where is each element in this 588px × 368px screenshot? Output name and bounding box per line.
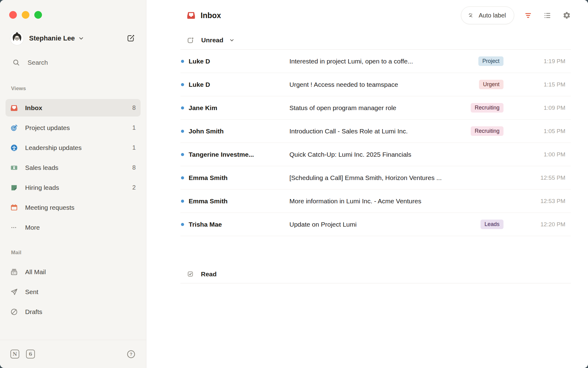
unread-dot [181,130,184,133]
sidebar-item-count: 2 [132,184,136,191]
unread-dot [181,176,184,179]
help-button[interactable]: ? [126,350,136,359]
email-sender: Trisha Mae [189,221,289,228]
account-chevron-down-icon[interactable] [78,35,85,42]
sidebar-sections: Views Inbox 8 Project updates 1 Leadersh… [0,70,146,320]
sidebar-item-all-mail[interactable]: All Mail [6,263,141,281]
sidebar-item-project-updates[interactable]: Project updates 1 [6,119,141,136]
sidebar-item-count: 8 [132,104,136,111]
sidebar-item-sent[interactable]: Sent [6,283,141,301]
sidebar-item-inbox[interactable]: Inbox 8 [6,99,141,117]
zoom-window-button[interactable] [34,11,42,19]
inbox-icon [10,104,18,112]
search-button[interactable]: Search [0,55,146,70]
filter-icon [524,11,532,20]
sidebar: Stephanie Lee Search Views Inbox 8 [0,0,146,368]
avatar[interactable] [10,32,24,45]
email-subject: Interested in project Lumi, open to a co… [289,58,473,65]
email-sender: John Smith [189,128,289,135]
section-label-mail: Mail [11,250,146,257]
email-row[interactable]: John Smith Introduction Call - Sales Rol… [180,120,571,143]
account-name[interactable]: Stephanie Lee [29,34,75,42]
email-subject: More information in Lumi Inc. - Acme Ven… [289,197,531,205]
unread-icon [187,36,194,44]
email-row[interactable]: Tangerine Investme... Quick Catch-Up: Lu… [180,143,571,166]
section-items-views: Inbox 8 Project updates 1 Leadership upd… [0,99,146,236]
email-list: Luke D Interested in project Lumi, open … [180,50,571,236]
money-icon [10,164,18,172]
sidebar-item-meeting-requests[interactable]: Meeting requests [6,199,141,216]
email-tag-badge: Recruiting [471,126,503,136]
target-icon [10,124,18,132]
email-time: 1:19 PM [531,58,565,65]
email-row[interactable]: Jane Kim Status of open program manager … [180,96,571,120]
email-row[interactable]: Luke D Interested in project Lumi, open … [180,50,571,73]
unread-section-header[interactable]: Unread [180,31,571,50]
search-label: Search [28,59,48,66]
unread-dot [181,83,184,86]
sidebar-footer: N 6 ? [0,340,146,368]
page-title: Inbox [201,11,221,20]
email-time: 12:20 PM [531,221,565,228]
auto-label-button[interactable]: Auto label [461,6,514,24]
auto-label-text: Auto label [479,12,506,19]
email-row[interactable]: Trisha Mae Update on Project Lumi Leads … [180,213,571,236]
sidebar-item-sales-leads[interactable]: Sales leads 8 [6,159,141,176]
app-window: Stephanie Lee Search Views Inbox 8 [0,0,588,368]
profile-row: Stephanie Lee [0,30,146,47]
email-time: 12:53 PM [531,198,565,205]
email-subject: [Scheduling a Call] Emma Smith, Horizon … [289,174,531,182]
email-sender: Tangerine Investme... [189,151,289,158]
email-sender: Emma Smith [189,197,289,205]
unread-label: Unread [201,36,223,44]
draft-icon [10,308,18,316]
sidebar-item-label: Sales leads [25,164,58,171]
sidebar-item-more[interactable]: More [6,219,141,236]
email-time: 1:05 PM [531,128,565,135]
compose-button[interactable] [126,34,135,43]
ellipsis-icon [10,224,18,232]
sidebar-item-leadership-updates[interactable]: Leadership updates 1 [6,139,141,156]
unread-dot [181,200,184,203]
sidebar-item-label: Leadership updates [25,144,81,151]
sidebar-item-count: 1 [132,124,136,131]
close-window-button[interactable] [9,11,17,19]
inbox-icon [187,11,196,20]
sidebar-item-hiring-leads[interactable]: Hiring leads 2 [6,179,141,196]
read-section-header[interactable]: Read [180,265,571,283]
filter-button[interactable] [524,11,532,20]
email-subject: Status of open program manager role [289,104,466,112]
notion-logo-badge[interactable]: N [10,350,19,358]
read-label: Read [201,270,217,278]
sidebar-item-label: Meeting requests [25,204,74,211]
main-panel: Inbox Auto label [146,0,588,368]
sidebar-item-label: All Mail [25,268,46,276]
email-tag-badge: Project [478,56,503,66]
auto-label-icon [467,12,475,19]
email-sender: Emma Smith [189,174,289,182]
allmail-icon [10,268,18,276]
email-time: 1:00 PM [531,151,565,158]
email-sender: Jane Kim [189,104,289,112]
minimize-window-button[interactable] [22,11,29,19]
email-tag-badge: Recruiting [471,103,503,113]
sidebar-item-drafts[interactable]: Drafts [6,303,141,320]
settings-button[interactable] [563,11,571,20]
calendar-icon [10,204,18,212]
unread-chevron-down-icon[interactable] [229,37,235,43]
email-subject: Introduction Call - Sales Role at Lumi I… [289,128,466,135]
email-row[interactable]: Emma Smith [Scheduling a Call] Emma Smit… [180,166,571,190]
email-row[interactable]: Luke D Urgent ! Access needed to teamspa… [180,73,571,96]
email-time: 1:15 PM [531,81,565,88]
sidebar-item-label: Hiring leads [25,184,59,191]
calendar-badge[interactable]: 6 [26,350,35,358]
email-row[interactable]: Emma Smith More information in Lumi Inc.… [180,190,571,213]
gear-icon [563,11,571,20]
email-subject: Urgent ! Access needed to teamspace [289,81,474,88]
email-tag-badge: Urgent [479,80,503,89]
list-view-button[interactable] [543,11,552,20]
email-time: 1:09 PM [531,105,565,111]
email-sender: Luke D [189,81,289,88]
email-subject: Update on Project Lumi [289,221,476,228]
main-header: Inbox Auto label [180,0,571,31]
